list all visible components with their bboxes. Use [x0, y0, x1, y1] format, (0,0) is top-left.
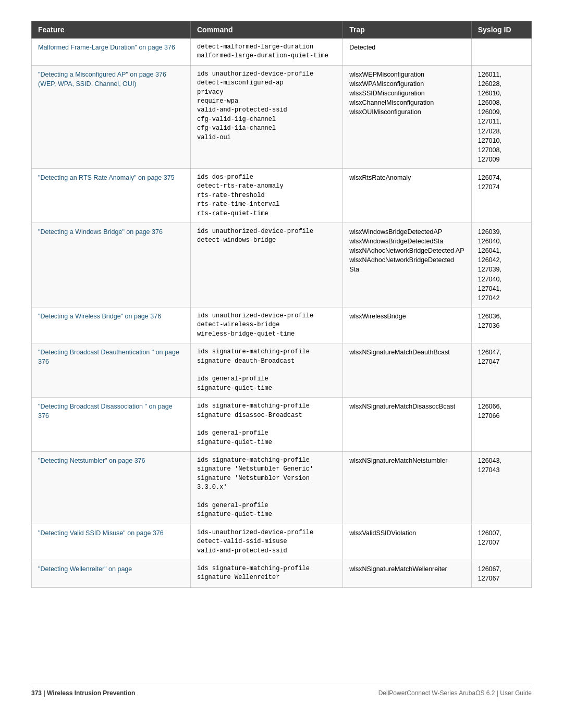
header-command: Command — [190, 21, 342, 39]
cell-command: ids dos-profile detect-rts-rate-anomaly … — [190, 169, 342, 223]
footer-right: DellPowerConnect W-Series ArubaOS 6.2 | … — [378, 689, 532, 697]
cell-trap: wlsxWEPMisconfiguration wlsxWPAMisconfig… — [343, 65, 472, 168]
cell-feature: "Detecting a Wireless Bridge" on page 37… — [32, 307, 191, 343]
cell-syslog: 126067, 127067 — [471, 560, 531, 587]
cell-trap: wlsxNSignatureMatchNetstumbler — [343, 452, 472, 524]
table-row: "Detecting a Misconfigured AP" on page 3… — [32, 65, 532, 168]
cell-syslog: 126047, 127047 — [471, 343, 531, 398]
footer-left: 373 | Wireless Intrusion Prevention — [31, 689, 135, 697]
cell-trap: wlsxValidSSIDViolation — [343, 524, 472, 560]
cell-syslog: 126039, 126040, 126041, 126042, 127039, … — [471, 223, 531, 307]
cell-feature: "Detecting an RTS Rate Anomaly" on page … — [32, 169, 191, 223]
cell-command: ids unauthorized-device-profile detect-m… — [190, 65, 342, 168]
table-row: "Detecting a Wireless Bridge" on page 37… — [32, 307, 532, 343]
cell-feature: "Detecting Wellenreiter" on page — [32, 560, 191, 587]
header-trap: Trap — [343, 21, 472, 39]
cell-trap: wlsxWindowsBridgeDetectedAP wlsxWindowsB… — [343, 223, 472, 307]
table-row: Malformed Frame-Large Duration" on page … — [32, 39, 532, 66]
cell-trap: wlsxNSignatureMatchDisassocBcast — [343, 398, 472, 452]
cell-command: ids signature-matching-profile signature… — [190, 398, 342, 452]
cell-feature: Malformed Frame-Large Duration" on page … — [32, 39, 191, 66]
table-row: "Detecting Broadcast Disassociation " on… — [32, 398, 532, 452]
table-row: "Detecting Broadcast Deauthentication " … — [32, 343, 532, 398]
table-row: "Detecting Valid SSID Misuse" on page 37… — [32, 524, 532, 560]
header-syslog: Syslog ID — [471, 21, 531, 39]
main-table: Feature Command Trap Syslog ID Malformed… — [31, 21, 532, 588]
page: Feature Command Trap Syslog ID Malformed… — [0, 0, 563, 728]
table-row: "Detecting an RTS Rate Anomaly" on page … — [32, 169, 532, 223]
cell-command: ids-unauthorized-device-profile detect-v… — [190, 524, 342, 560]
cell-command: ids signature-matching-profile signature… — [190, 452, 342, 524]
cell-syslog: 126074, 127074 — [471, 169, 531, 223]
cell-feature: "Detecting a Misconfigured AP" on page 3… — [32, 65, 191, 168]
cell-command: ids unauthorized-device-profile detect-w… — [190, 307, 342, 343]
cell-trap: wlsxRtsRateAnomaly — [343, 169, 472, 223]
cell-command: detect-malformed-large-duration malforme… — [190, 39, 342, 66]
header-feature: Feature — [32, 21, 191, 39]
table-row: "Detecting a Windows Bridge" on page 376… — [32, 223, 532, 307]
cell-command: ids signature-matching-profile signature… — [190, 343, 342, 398]
cell-syslog — [471, 39, 531, 66]
cell-command: ids signature-matching-profile signature… — [190, 560, 342, 587]
cell-trap: wlsxNSignatureMatchWellenreiter — [343, 560, 472, 587]
cell-feature: "Detecting a Windows Bridge" on page 376 — [32, 223, 191, 307]
cell-syslog: 126043, 127043 — [471, 452, 531, 524]
table-row: "Detecting Wellenreiter" on pageids sign… — [32, 560, 532, 587]
page-footer: 373 | Wireless Intrusion Prevention Dell… — [31, 684, 532, 697]
cell-trap: Detected — [343, 39, 472, 66]
cell-feature: "Detecting Netstumbler" on page 376 — [32, 452, 191, 524]
cell-feature: "Detecting Valid SSID Misuse" on page 37… — [32, 524, 191, 560]
cell-feature: "Detecting Broadcast Disassociation " on… — [32, 398, 191, 452]
cell-syslog: 126007, 127007 — [471, 524, 531, 560]
cell-trap: wlsxNSignatureMatchDeauthBcast — [343, 343, 472, 398]
cell-syslog: 126036, 127036 — [471, 307, 531, 343]
cell-feature: "Detecting Broadcast Deauthentication " … — [32, 343, 191, 398]
cell-trap: wlsxWirelessBridge — [343, 307, 472, 343]
table-row: "Detecting Netstumbler" on page 376ids s… — [32, 452, 532, 524]
cell-syslog: 126066, 127066 — [471, 398, 531, 452]
cell-syslog: 126011, 126028, 126010, 126008, 126009, … — [471, 65, 531, 168]
cell-command: ids unauthorized-device-profile detect-w… — [190, 223, 342, 307]
